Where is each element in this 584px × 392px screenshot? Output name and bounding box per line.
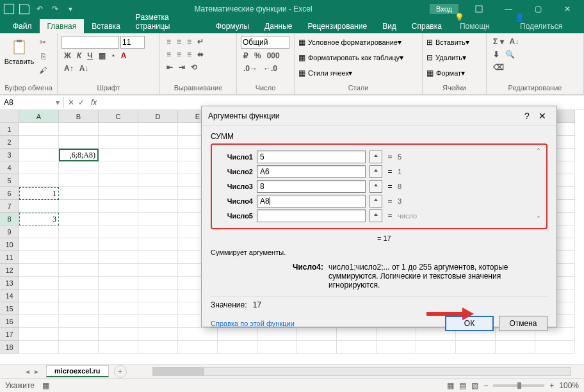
currency-icon[interactable]: ₽ bbox=[241, 50, 251, 61]
view-normal-icon[interactable]: ▦ bbox=[447, 381, 454, 390]
range-picker-icon[interactable] bbox=[369, 165, 382, 178]
cell[interactable] bbox=[99, 315, 138, 328]
cell[interactable] bbox=[138, 187, 178, 200]
dialog-help-icon[interactable]: ? bbox=[519, 111, 535, 121]
cell[interactable]: 1 bbox=[19, 187, 59, 200]
delete-cells-button[interactable]: ⊟ Удалить ▾ bbox=[426, 51, 482, 64]
percent-icon[interactable]: % bbox=[252, 50, 264, 61]
cell[interactable] bbox=[59, 187, 99, 200]
underline-button[interactable]: Ч bbox=[85, 50, 95, 61]
tab-file[interactable]: Файл bbox=[5, 19, 40, 33]
number-format-combo[interactable] bbox=[243, 38, 288, 47]
cell[interactable] bbox=[99, 225, 138, 238]
row-header[interactable]: 9 bbox=[0, 225, 19, 238]
cell[interactable] bbox=[59, 264, 99, 277]
wrap-text-icon[interactable]: ↵ bbox=[195, 36, 206, 47]
range-picker-icon[interactable] bbox=[369, 180, 382, 193]
cell[interactable] bbox=[19, 341, 59, 354]
cell[interactable] bbox=[99, 187, 138, 200]
cell[interactable] bbox=[416, 341, 456, 354]
row-header[interactable]: 11 bbox=[0, 251, 19, 264]
cell[interactable] bbox=[99, 251, 138, 264]
col-header[interactable]: C bbox=[99, 110, 138, 123]
enter-formula-icon[interactable]: ✓ bbox=[78, 98, 85, 107]
cond-format-button[interactable]: ▦ Условное форматирование ▾ bbox=[298, 36, 418, 49]
autosum-icon[interactable]: Σ ▾ bbox=[491, 36, 507, 47]
arg-input[interactable] bbox=[257, 209, 366, 222]
bold-button[interactable]: Ж bbox=[61, 50, 74, 61]
cell[interactable] bbox=[19, 149, 59, 161]
align-center-icon[interactable]: ≡ bbox=[174, 49, 184, 60]
cell[interactable] bbox=[257, 341, 297, 354]
cell[interactable] bbox=[19, 136, 59, 149]
macro-record-icon[interactable]: ▦ bbox=[42, 381, 49, 390]
arg-input[interactable]: A8 bbox=[257, 195, 366, 208]
range-picker-icon[interactable] bbox=[369, 209, 382, 222]
cell[interactable] bbox=[99, 341, 138, 354]
row-header[interactable]: 12 bbox=[0, 264, 19, 277]
indent-inc-icon[interactable]: ⇥ bbox=[176, 61, 188, 73]
italic-button[interactable]: К bbox=[74, 50, 84, 61]
indent-dec-icon[interactable]: ⇤ bbox=[164, 61, 175, 73]
cell[interactable] bbox=[59, 328, 99, 341]
args-scroll-down-icon[interactable]: ˅ bbox=[533, 215, 544, 224]
align-mid-icon[interactable]: ≡ bbox=[174, 36, 184, 47]
row-header[interactable]: 18 bbox=[0, 341, 19, 354]
cell[interactable] bbox=[138, 174, 178, 187]
cell[interactable] bbox=[19, 200, 59, 213]
cell[interactable] bbox=[99, 238, 138, 251]
cell[interactable] bbox=[178, 341, 218, 354]
row-header[interactable]: 15 bbox=[0, 302, 19, 315]
cell[interactable] bbox=[19, 161, 59, 174]
cell[interactable] bbox=[218, 341, 257, 354]
border-button[interactable]: ▦ bbox=[96, 50, 108, 61]
cell[interactable] bbox=[99, 328, 138, 341]
row-header[interactable]: 7 bbox=[0, 200, 19, 213]
help-link[interactable]: Справка по этой функции bbox=[211, 320, 295, 327]
sort-filter-icon[interactable]: A↓ bbox=[507, 36, 522, 47]
table-format-button[interactable]: ▦ Форматировать как таблицу ▾ bbox=[298, 51, 418, 64]
row-header[interactable]: 6 bbox=[0, 187, 19, 200]
autosave-icon[interactable] bbox=[3, 3, 15, 15]
tab-home[interactable]: Главная bbox=[40, 19, 85, 33]
cell[interactable] bbox=[496, 341, 535, 354]
redo-icon[interactable]: ↷ bbox=[49, 3, 61, 15]
horizontal-scrollbar[interactable] bbox=[152, 367, 571, 376]
cell[interactable] bbox=[19, 277, 59, 290]
cell[interactable] bbox=[138, 264, 178, 277]
zoom-level[interactable]: 100% bbox=[559, 381, 579, 390]
cell[interactable] bbox=[138, 341, 178, 354]
cell[interactable] bbox=[138, 290, 178, 302]
dialog-close-icon[interactable]: ✕ bbox=[535, 111, 550, 121]
qat-more-icon[interactable]: ▾ bbox=[64, 3, 77, 15]
fill-icon[interactable]: ⬇ bbox=[491, 49, 502, 60]
align-bot-icon[interactable]: ≡ bbox=[184, 36, 194, 47]
cell[interactable] bbox=[138, 328, 178, 341]
range-picker-icon[interactable] bbox=[369, 195, 382, 208]
view-layout-icon[interactable]: ▤ bbox=[459, 381, 466, 390]
row-header[interactable]: 4 bbox=[0, 161, 19, 174]
sheet-nav-right-icon[interactable]: ▸ bbox=[35, 367, 38, 376]
add-sheet-button[interactable]: + bbox=[114, 365, 127, 378]
row-header[interactable]: 14 bbox=[0, 290, 19, 302]
cell[interactable] bbox=[138, 200, 178, 213]
cell[interactable] bbox=[59, 200, 99, 213]
name-box[interactable]: A8▾ bbox=[0, 97, 64, 108]
fill-color-button[interactable]: 🞍 bbox=[109, 50, 118, 61]
cell[interactable] bbox=[99, 277, 138, 290]
font-name-combo[interactable] bbox=[63, 38, 117, 47]
increase-font-icon[interactable]: A↑ bbox=[61, 63, 76, 74]
cell[interactable] bbox=[19, 290, 59, 302]
cell[interactable] bbox=[59, 136, 99, 149]
sheet-nav-left-icon[interactable]: ◂ bbox=[26, 367, 29, 376]
cell[interactable] bbox=[19, 302, 59, 315]
arg-input[interactable]: A6 bbox=[257, 165, 366, 178]
cell[interactable] bbox=[59, 174, 99, 187]
cancel-button[interactable]: Отмена bbox=[499, 316, 548, 331]
format-cells-button[interactable]: ▦ Формат ▾ bbox=[426, 67, 482, 79]
cell[interactable] bbox=[19, 315, 59, 328]
cell[interactable] bbox=[19, 328, 59, 341]
cell[interactable] bbox=[19, 251, 59, 264]
cell[interactable] bbox=[99, 161, 138, 174]
cell[interactable] bbox=[59, 251, 99, 264]
